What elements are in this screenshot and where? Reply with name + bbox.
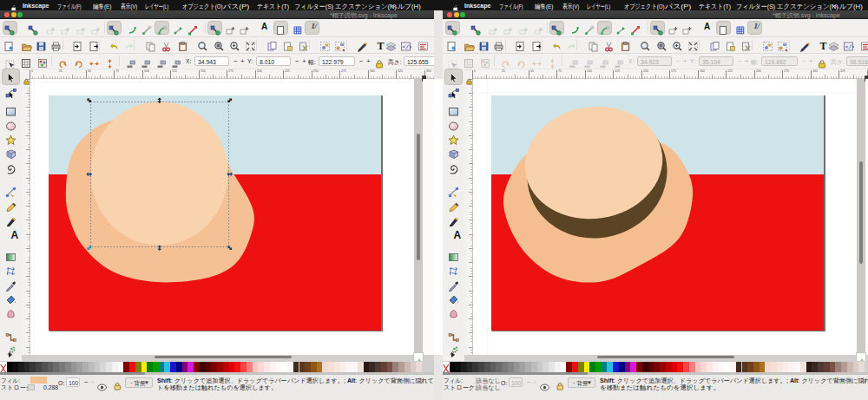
svg-text:</>: </>: [845, 43, 855, 50]
svg-text:</>: </>: [403, 43, 412, 50]
